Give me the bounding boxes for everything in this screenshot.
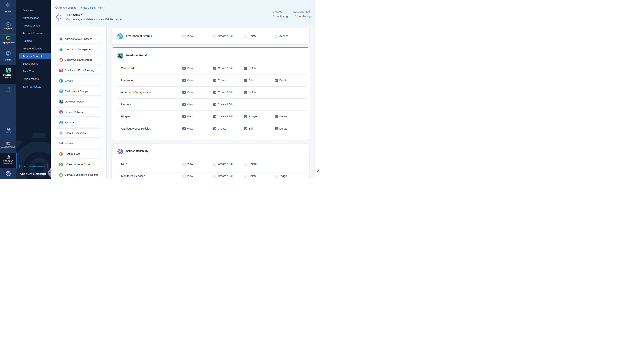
svg-text:?: ?	[8, 128, 9, 130]
svg-text:$: $	[60, 49, 62, 51]
